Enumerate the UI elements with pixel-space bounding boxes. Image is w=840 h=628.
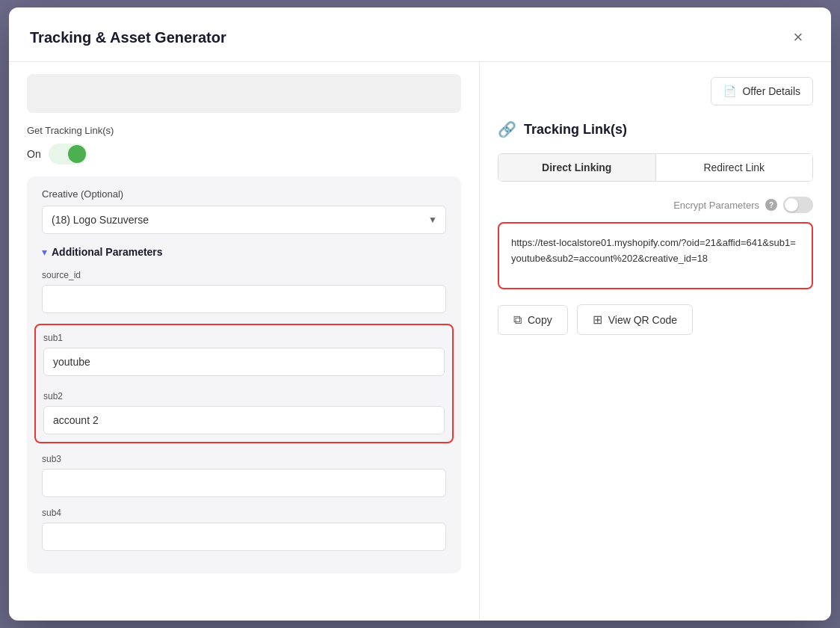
param-group-sub3: sub3: [42, 454, 446, 497]
tracking-url-box: https://test-localstore01.myshopify.com/…: [498, 222, 813, 289]
modal-title: Tracking & Asset Generator: [30, 29, 226, 46]
view-qr-code-button[interactable]: ⊞ View QR Code: [577, 304, 693, 335]
get-tracking-label: Get Tracking Link(s): [27, 125, 461, 136]
source-id-input[interactable]: [42, 285, 446, 313]
chevron-icon: ▾: [42, 246, 47, 258]
get-tracking-section: Get Tracking Link(s) On: [27, 125, 461, 164]
qr-label: View QR Code: [608, 314, 677, 326]
tracking-url-text: https://test-localstore01.myshopify.com/…: [511, 236, 800, 267]
param-label-sub2: sub2: [43, 391, 445, 401]
toggle-thumb: [68, 145, 86, 163]
param-group-sub1-sub2-highlighted: sub1 sub2: [34, 324, 454, 443]
copy-icon: ⧉: [513, 313, 522, 327]
copy-button[interactable]: ⧉ Copy: [498, 305, 568, 335]
qr-icon: ⊞: [593, 313, 602, 327]
sub4-input[interactable]: [42, 523, 446, 551]
help-icon[interactable]: ?: [765, 199, 777, 211]
offer-details-icon: 📄: [723, 85, 736, 97]
encrypt-toggle[interactable]: [783, 197, 813, 213]
encrypt-row: Encrypt Parameters ?: [498, 197, 813, 213]
tracking-links-header: 🔗 Tracking Link(s): [498, 120, 813, 138]
toggle-switch[interactable]: [49, 144, 87, 164]
sub3-input[interactable]: [42, 469, 446, 497]
sub2-input[interactable]: [43, 406, 445, 434]
encrypt-toggle-thumb: [785, 198, 798, 212]
inner-panel: Creative (Optional) (18) Logo Suzuverse …: [27, 176, 461, 573]
sub1-input[interactable]: [43, 348, 445, 376]
param-label-sub1: sub1: [43, 333, 445, 343]
right-panel: 📄 Offer Details 🔗 Tracking Link(s) Direc…: [480, 62, 831, 620]
additional-params-toggle[interactable]: ▾ Additional Parameters: [42, 246, 446, 258]
chain-icon: 🔗: [498, 120, 516, 138]
right-content: 🔗 Tracking Link(s) Direct Linking Redire…: [498, 120, 813, 335]
param-label-sub3: sub3: [42, 454, 446, 464]
toggle-label: On: [27, 148, 41, 160]
top-bar-placeholder: [27, 74, 461, 113]
encrypt-label: Encrypt Parameters: [673, 200, 759, 211]
param-label-sub4: sub4: [42, 508, 446, 518]
left-panel: Get Tracking Link(s) On Creative (Option…: [9, 62, 480, 620]
param-group-sub4: sub4: [42, 508, 446, 551]
toggle-track: [49, 144, 87, 164]
offer-details-button[interactable]: 📄 Offer Details: [711, 77, 813, 105]
tracking-links-title: Tracking Link(s): [524, 122, 627, 138]
action-row: ⧉ Copy ⊞ View QR Code: [498, 304, 813, 335]
creative-select[interactable]: (18) Logo Suzuverse: [42, 206, 446, 234]
param-group-source-id: source_id: [42, 270, 446, 313]
additional-params-label: Additional Parameters: [52, 246, 163, 258]
tab-row: Direct Linking Redirect Link: [498, 153, 813, 182]
close-button[interactable]: ×: [786, 25, 810, 49]
copy-label: Copy: [528, 314, 552, 326]
creative-select-wrapper: (18) Logo Suzuverse ▼: [42, 206, 446, 234]
modal-body: Get Tracking Link(s) On Creative (Option…: [9, 62, 831, 620]
modal-header: Tracking & Asset Generator ×: [9, 7, 831, 62]
toggle-row: On: [27, 144, 461, 164]
modal-dialog: Tracking & Asset Generator × Get Trackin…: [9, 7, 831, 621]
tab-redirect-link[interactable]: Redirect Link: [656, 154, 813, 181]
offer-details-label: Offer Details: [742, 85, 800, 97]
param-label-source-id: source_id: [42, 270, 446, 280]
creative-label: Creative (Optional): [42, 188, 446, 200]
tab-direct-linking[interactable]: Direct Linking: [498, 154, 656, 181]
